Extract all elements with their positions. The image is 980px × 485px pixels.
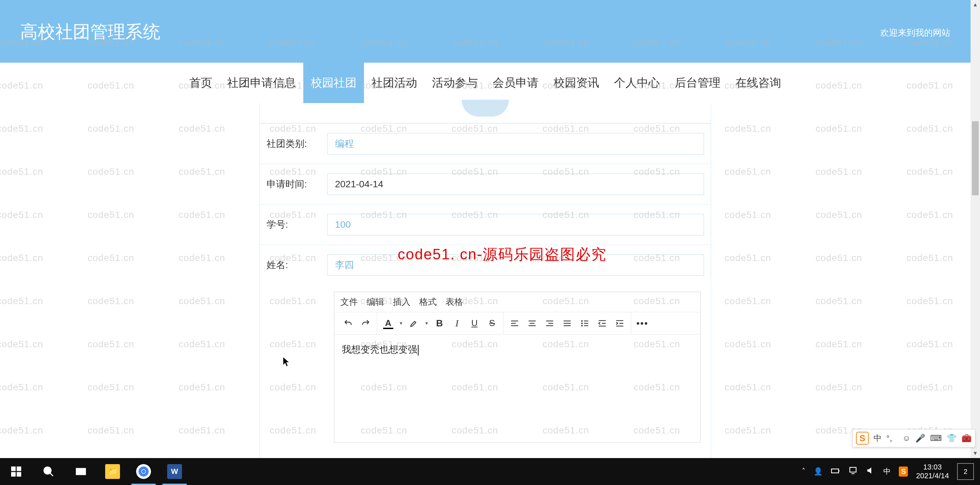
- ime-skin-icon[interactable]: 👕: [947, 433, 957, 443]
- taskbar-clock[interactable]: 13:03 2021/4/14: [916, 463, 949, 480]
- svg-rect-10: [564, 323, 571, 323]
- scroll-up-button[interactable]: ▲: [970, 0, 980, 10]
- editor-content[interactable]: 我想变秃也想变强: [334, 334, 700, 442]
- tray-battery-icon[interactable]: [831, 466, 840, 477]
- tray-people-icon[interactable]: 👤: [813, 467, 822, 476]
- ime-lang-toggle[interactable]: 中: [873, 433, 881, 444]
- nav-item-7[interactable]: 个人中心: [606, 63, 667, 103]
- welcome-text: 欢迎来到我的网站: [880, 27, 950, 39]
- ime-emoji-icon[interactable]: ☺: [902, 433, 911, 443]
- scroll-down-button[interactable]: ▼: [970, 449, 980, 458]
- word-app[interactable]: W: [159, 458, 190, 485]
- svg-rect-11: [564, 325, 571, 326]
- system-tray: ˄ 👤 中 S 13:03 2021/4/14 2: [795, 463, 980, 480]
- sogou-logo-icon: S: [856, 432, 869, 445]
- svg-rect-18: [11, 466, 16, 471]
- nav-item-2[interactable]: 校园社团: [303, 63, 364, 103]
- row-category: 社团类别:: [260, 123, 711, 164]
- menu-file[interactable]: 文件: [340, 296, 358, 308]
- nav-item-0[interactable]: 首页: [182, 63, 220, 103]
- svg-rect-1: [511, 323, 516, 323]
- svg-rect-15: [584, 323, 589, 323]
- start-button[interactable]: [0, 458, 32, 485]
- svg-rect-23: [76, 469, 81, 475]
- search-button[interactable]: [32, 458, 65, 485]
- tray-chevron-up-icon[interactable]: ˄: [802, 467, 805, 476]
- chrome-app[interactable]: [128, 458, 159, 485]
- tray-volume-icon[interactable]: [866, 466, 875, 477]
- svg-rect-0: [511, 320, 518, 321]
- svg-point-16: [581, 325, 583, 327]
- more-button[interactable]: •••: [635, 315, 650, 331]
- highlight-caret[interactable]: ▾: [423, 320, 430, 327]
- nav-item-4[interactable]: 活动参与: [425, 63, 485, 103]
- svg-rect-4: [530, 323, 535, 323]
- tray-ime-indicator[interactable]: 中: [883, 466, 891, 477]
- nav-item-5[interactable]: 会员申请: [485, 63, 546, 103]
- input-apply-time[interactable]: [327, 173, 704, 195]
- undo-button[interactable]: [340, 315, 356, 331]
- strikethrough-button[interactable]: S: [484, 315, 500, 331]
- ime-mic-icon[interactable]: 🎤: [915, 433, 925, 443]
- svg-rect-17: [584, 325, 589, 326]
- ime-toolbox-icon[interactable]: 🧰: [961, 433, 972, 443]
- align-justify-button[interactable]: [559, 315, 575, 331]
- nav-item-8[interactable]: 后台管理: [667, 63, 728, 103]
- input-category[interactable]: [327, 133, 704, 155]
- windows-taskbar: 📁 W ˄ 👤 中 S 13:03 2021/4/14 2: [0, 458, 980, 485]
- tray-sogou-icon[interactable]: S: [899, 466, 908, 477]
- indent-button[interactable]: [612, 315, 627, 331]
- file-explorer-app[interactable]: 📁: [97, 458, 128, 485]
- highlight-button[interactable]: [406, 315, 422, 331]
- menu-insert[interactable]: 插入: [393, 296, 410, 308]
- rich-text-editor: 文件 编辑 插入 格式 表格 A ▾ ▾ B: [334, 292, 701, 442]
- redo-button[interactable]: [358, 315, 374, 331]
- svg-rect-7: [549, 323, 554, 323]
- ime-floating-bar[interactable]: S 中 °。 ☺ 🎤 ⌨ 👕 🧰: [852, 429, 975, 447]
- avatar-placeholder: [462, 100, 509, 117]
- editor-row: 文件 编辑 插入 格式 表格 A ▾ ▾ B: [260, 285, 711, 442]
- nav-item-1[interactable]: 社团申请信息: [220, 63, 303, 103]
- action-center-button[interactable]: 2: [957, 463, 974, 480]
- nav-item-6[interactable]: 校园资讯: [546, 63, 606, 103]
- tray-network-icon[interactable]: [848, 466, 858, 477]
- menu-table[interactable]: 表格: [445, 296, 463, 308]
- nav-item-3[interactable]: 社团活动: [364, 63, 425, 103]
- editor-toolbar: A ▾ ▾ B I U S: [334, 312, 700, 334]
- svg-rect-19: [17, 466, 22, 471]
- header-banner: 高校社团管理系统 欢迎来到我的网站: [0, 0, 970, 63]
- browser-viewport: code51.cncode51.cncode51.cncode51.cncode…: [0, 0, 970, 458]
- svg-rect-30: [850, 468, 856, 472]
- align-center-button[interactable]: [524, 315, 540, 331]
- svg-rect-6: [546, 320, 554, 321]
- svg-rect-3: [529, 320, 536, 321]
- row-apply-time: 申请时间:: [260, 164, 711, 204]
- vertical-scrollbar[interactable]: ▲ ▼: [970, 0, 980, 458]
- align-right-button[interactable]: [542, 315, 557, 331]
- label-category: 社团类别:: [267, 138, 327, 150]
- text-color-button[interactable]: A: [380, 315, 396, 331]
- row-name: 姓名:: [260, 244, 711, 285]
- italic-button[interactable]: I: [449, 315, 465, 331]
- svg-rect-29: [839, 470, 840, 472]
- scroll-thumb[interactable]: [972, 121, 978, 195]
- input-name[interactable]: [327, 254, 704, 276]
- ime-keyboard-icon[interactable]: ⌨: [930, 433, 942, 443]
- main-nav: 首页社团申请信息校园社团社团活动活动参与会员申请校园资讯个人中心后台管理在线咨询: [0, 63, 970, 103]
- outdent-button[interactable]: [595, 315, 610, 331]
- bold-button[interactable]: B: [432, 315, 447, 331]
- input-student-id[interactable]: [327, 214, 704, 235]
- menu-edit[interactable]: 编辑: [367, 296, 384, 308]
- ime-punct-toggle[interactable]: °。: [886, 433, 898, 444]
- svg-rect-21: [17, 472, 22, 477]
- task-view-button[interactable]: [65, 458, 97, 485]
- nav-item-9[interactable]: 在线咨询: [728, 63, 789, 103]
- text-color-caret[interactable]: ▾: [398, 320, 404, 327]
- underline-button[interactable]: U: [467, 315, 482, 331]
- label-apply-time: 申请时间:: [267, 178, 327, 191]
- bullet-list-button[interactable]: [577, 315, 592, 331]
- svg-point-27: [142, 470, 146, 474]
- svg-rect-28: [832, 469, 839, 473]
- menu-format[interactable]: 格式: [419, 296, 437, 308]
- align-left-button[interactable]: [507, 315, 522, 331]
